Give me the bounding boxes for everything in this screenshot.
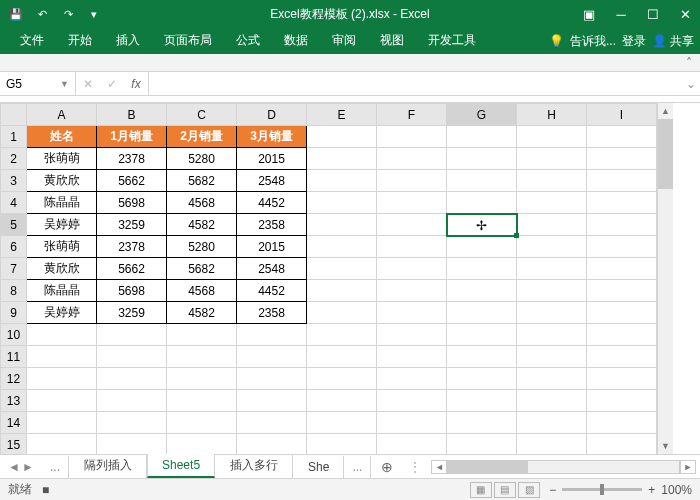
cell[interactable] [587, 390, 657, 412]
cell[interactable] [377, 258, 447, 280]
row-header[interactable]: 2 [1, 148, 27, 170]
add-sheet-icon[interactable]: ⊕ [371, 459, 403, 475]
expand-formula-icon[interactable]: ⌄ [682, 77, 700, 91]
cell[interactable] [167, 324, 237, 346]
cell[interactable] [447, 302, 517, 324]
cell[interactable] [237, 412, 307, 434]
cell[interactable] [377, 434, 447, 455]
cell[interactable] [97, 390, 167, 412]
sheet-tab[interactable]: 插入多行 [215, 453, 293, 478]
cell[interactable]: 3月销量 [237, 126, 307, 148]
cell[interactable]: ✢ [447, 214, 517, 236]
vertical-scrollbar[interactable]: ▲ ▼ [657, 103, 673, 454]
cell[interactable]: 2358 [237, 214, 307, 236]
ribbon-tab-5[interactable]: 数据 [272, 27, 320, 54]
col-header[interactable]: C [167, 104, 237, 126]
zoom-out-icon[interactable]: − [549, 483, 556, 497]
cell[interactable] [447, 258, 517, 280]
minimize-icon[interactable]: ─ [606, 0, 636, 28]
cell[interactable] [307, 258, 377, 280]
cell[interactable] [377, 346, 447, 368]
hscroll-left-icon[interactable]: ◄ [431, 460, 447, 474]
horizontal-scrollbar[interactable] [447, 460, 680, 474]
cell[interactable]: 5698 [97, 280, 167, 302]
row-header[interactable]: 13 [1, 390, 27, 412]
macro-record-icon[interactable]: ■ [42, 483, 49, 497]
login-link[interactable]: 登录 [622, 33, 646, 50]
row-header[interactable]: 15 [1, 434, 27, 455]
hscroll-right-icon[interactable]: ► [680, 460, 696, 474]
cell[interactable]: 3259 [97, 214, 167, 236]
cell[interactable] [587, 192, 657, 214]
qat-dropdown-icon[interactable]: ▾ [84, 4, 104, 24]
cell[interactable] [517, 236, 587, 258]
cell[interactable] [517, 346, 587, 368]
formula-input[interactable] [149, 72, 682, 95]
col-header[interactable]: D [237, 104, 307, 126]
cell[interactable] [27, 346, 97, 368]
cell[interactable] [237, 324, 307, 346]
cell[interactable] [447, 434, 517, 455]
cell[interactable] [447, 412, 517, 434]
cell[interactable] [587, 302, 657, 324]
hscroll-thumb[interactable] [448, 461, 528, 473]
cell[interactable]: 5698 [97, 192, 167, 214]
sheet-overflow-right[interactable]: ... [344, 456, 371, 478]
cell[interactable] [97, 434, 167, 455]
sheet-nav-prev-icon[interactable]: ◄ [8, 460, 20, 474]
ribbon-tab-6[interactable]: 审阅 [320, 27, 368, 54]
cell[interactable]: 5662 [97, 258, 167, 280]
cell[interactable] [377, 126, 447, 148]
cell[interactable]: 5280 [167, 236, 237, 258]
sheet-nav-next-icon[interactable]: ► [22, 460, 34, 474]
cell[interactable] [27, 368, 97, 390]
cell[interactable]: 3259 [97, 302, 167, 324]
zoom-level[interactable]: 100% [661, 483, 692, 497]
cell[interactable] [237, 390, 307, 412]
cell[interactable] [517, 214, 587, 236]
cell[interactable] [587, 412, 657, 434]
col-header[interactable]: A [27, 104, 97, 126]
cell[interactable] [307, 148, 377, 170]
cell[interactable] [447, 368, 517, 390]
row-header[interactable]: 14 [1, 412, 27, 434]
cell[interactable]: 陈晶晶 [27, 280, 97, 302]
cell[interactable] [587, 236, 657, 258]
fx-icon[interactable]: fx [124, 77, 148, 91]
vscroll-thumb[interactable] [658, 119, 673, 189]
cell[interactable] [307, 214, 377, 236]
cell[interactable]: 2358 [237, 302, 307, 324]
cell[interactable] [307, 302, 377, 324]
row-header[interactable]: 4 [1, 192, 27, 214]
col-header[interactable]: F [377, 104, 447, 126]
cell[interactable]: 4452 [237, 280, 307, 302]
cell[interactable] [447, 390, 517, 412]
tab-split-handle[interactable]: ⋮ [403, 460, 427, 474]
ribbon-tab-0[interactable]: 文件 [8, 27, 56, 54]
ribbon-tab-8[interactable]: 开发工具 [416, 27, 488, 54]
close-icon[interactable]: ✕ [670, 0, 700, 28]
name-box[interactable]: G5 ▼ [0, 72, 76, 95]
enter-formula-icon[interactable]: ✓ [100, 77, 124, 91]
col-header[interactable]: B [97, 104, 167, 126]
cell[interactable] [377, 236, 447, 258]
cell[interactable] [517, 302, 587, 324]
cell[interactable] [307, 434, 377, 455]
spreadsheet-grid[interactable]: ABCDEFGHI1姓名1月销量2月销量3月销量2张萌萌237852802015… [0, 103, 700, 454]
cell[interactable] [377, 368, 447, 390]
cell[interactable] [517, 280, 587, 302]
cell[interactable]: 5682 [167, 258, 237, 280]
col-header[interactable]: I [587, 104, 657, 126]
cell[interactable] [97, 368, 167, 390]
cell[interactable] [377, 148, 447, 170]
cell[interactable] [307, 390, 377, 412]
cell[interactable] [587, 434, 657, 455]
cell[interactable] [307, 126, 377, 148]
cell[interactable] [307, 280, 377, 302]
normal-view-icon[interactable]: ▦ [470, 482, 492, 498]
sheet-tab[interactable]: 隔列插入 [69, 453, 147, 478]
cell[interactable] [447, 236, 517, 258]
cell[interactable] [307, 346, 377, 368]
cell[interactable] [97, 412, 167, 434]
cell[interactable] [587, 258, 657, 280]
